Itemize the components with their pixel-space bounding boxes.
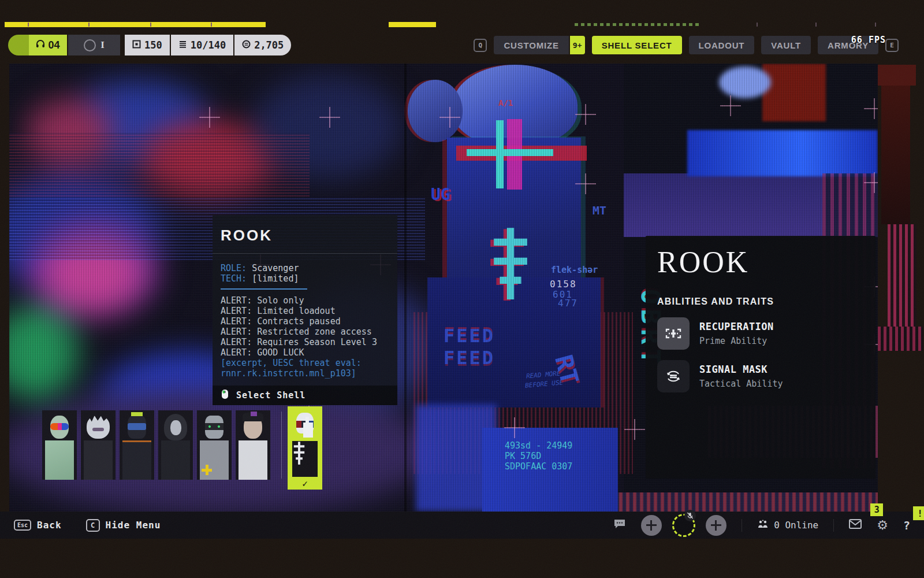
key-hint-prev: Q — [474, 39, 487, 52]
tooltip-title: ROOK — [213, 227, 397, 244]
progress-segment — [389, 22, 436, 27]
mouse-icon — [221, 389, 229, 402]
credit-icon — [242, 39, 251, 51]
players-icon — [757, 520, 769, 531]
mode-pill[interactable]: I — [68, 35, 120, 55]
frame-icon — [132, 39, 141, 51]
alert-line: ALERT: Limited loadout — [221, 306, 389, 316]
tech-label: TECH: — [221, 273, 247, 284]
shell-card-1[interactable] — [42, 410, 77, 480]
stat-stack-value: 10/140 — [191, 39, 226, 51]
shell-card-selected[interactable]: ✓ — [288, 406, 322, 490]
stat-credits-value: 2,705 — [254, 39, 284, 51]
voice-activity-indicator[interactable] — [672, 514, 695, 537]
back-label: Back — [37, 520, 62, 531]
excerpt-line: [excerpt, UESC threat eval: — [221, 358, 389, 368]
mode-label: I — [100, 39, 105, 51]
shell-info-tooltip: ROOK ROLE: Scavenger TECH: [limited] ALE… — [213, 215, 397, 405]
party-pill-cap — [8, 35, 29, 55]
stat-frame-value: 150 — [144, 39, 162, 51]
tab-shell-select[interactable]: SHELL SELECT — [592, 36, 682, 54]
select-shell-button[interactable]: Select Shell — [213, 386, 397, 405]
tab-customize-wrap: CUSTOMIZE 9+ — [494, 36, 584, 54]
shell-card-6[interactable] — [236, 410, 270, 480]
top-hud-bar: 04 I 150 10/140 — [0, 35, 924, 57]
ability-name: RECUPERATION — [699, 321, 774, 332]
shell-card-5[interactable] — [197, 410, 232, 480]
alert-badge[interactable]: ! — [913, 506, 924, 520]
shell-card-4[interactable] — [158, 410, 193, 480]
tab-loadout[interactable]: LOADOUT — [689, 36, 755, 54]
selected-checkmark: ✓ — [288, 478, 322, 489]
ability-name: SIGNAL MASK — [699, 364, 783, 375]
tab-vault[interactable]: VAULT — [761, 36, 811, 54]
role-label: ROLE: — [221, 263, 247, 273]
mode-circle-icon — [84, 39, 96, 51]
headset-icon — [36, 39, 45, 51]
top-progress-strip — [0, 22, 924, 27]
progress-dashed-segment — [575, 23, 699, 26]
party-pill[interactable]: 04 — [8, 35, 67, 55]
bottom-hud-bar: Esc Back C Hide Menu 0 Online — [0, 512, 924, 539]
signal-mask-icon — [657, 360, 690, 392]
alert-line: ALERT: Solo only — [221, 295, 389, 306]
chat-icon[interactable] — [613, 518, 626, 532]
alert-line: ALERT: Contracts paused — [221, 316, 389, 327]
online-status[interactable]: 0 Online — [757, 520, 818, 531]
shell-card-3[interactable] — [120, 410, 154, 480]
voice-volume-up-button[interactable] — [706, 515, 726, 536]
tech-value: [limited] — [252, 273, 299, 284]
settings-gear-icon[interactable]: ⚙ — [877, 518, 888, 532]
progress-segment — [5, 22, 266, 27]
select-shell-label: Select Shell — [236, 390, 305, 401]
alert-line: ALERT: Requires Season Level 3 — [221, 337, 389, 347]
stat-frame[interactable]: 150 — [125, 35, 170, 55]
stat-stack[interactable]: 10/140 — [171, 35, 233, 55]
alert-line: ALERT: Restricted zone access — [221, 327, 389, 337]
ability-type: Prime Ability — [699, 336, 774, 346]
shell-row-divider — [281, 412, 282, 479]
stack-icon — [178, 39, 187, 51]
mail-badge: 3 — [870, 503, 883, 516]
esc-key-icon: Esc — [14, 520, 31, 531]
key-hint-next: E — [885, 39, 899, 52]
abilities-section-title: ABILITIES AND TRAITS — [657, 297, 875, 307]
hide-menu-label: Hide Menu — [106, 520, 161, 531]
fps-counter: 66 FPS — [851, 35, 886, 45]
stat-credits[interactable]: 2,705 — [234, 35, 291, 55]
shell-details-panel: ROOK ABILITIES AND TRAITS RECUPERATION P… — [646, 236, 875, 479]
ability-recuperation[interactable]: RECUPERATION Prime Ability — [657, 317, 875, 350]
shell-thumbnail-row — [42, 410, 270, 480]
back-button[interactable]: Esc Back — [14, 520, 62, 531]
voice-volume-down-button[interactable] — [641, 515, 662, 536]
excerpt-line: rnnr.rk.instrctn.mnl_p103] — [221, 368, 389, 379]
party-count: 04 — [48, 39, 59, 51]
mail-button[interactable]: 3 — [849, 519, 862, 531]
help-button[interactable]: ? — [903, 518, 910, 532]
shell-select-screen: 04 I 150 10/140 — [0, 0, 924, 578]
details-title: ROOK — [657, 245, 875, 279]
online-count: 0 Online — [774, 520, 818, 531]
tab-customize[interactable]: CUSTOMIZE — [494, 36, 568, 54]
recuperation-icon — [657, 317, 690, 350]
hide-menu-button[interactable]: C Hide Menu — [86, 519, 161, 532]
customize-badge: 9+ — [570, 36, 585, 54]
ability-type: Tactical Ability — [699, 379, 783, 389]
alert-line: ALERT: GOOD LUCK — [221, 347, 389, 358]
mic-muted-icon — [684, 510, 696, 521]
c-key-icon: C — [86, 519, 100, 532]
role-value: Scavenger — [252, 263, 299, 273]
ability-signal-mask[interactable]: SIGNAL MASK Tactical Ability — [657, 360, 875, 392]
pixel-rune-icon — [292, 441, 318, 477]
shell-card-2[interactable] — [81, 410, 116, 480]
